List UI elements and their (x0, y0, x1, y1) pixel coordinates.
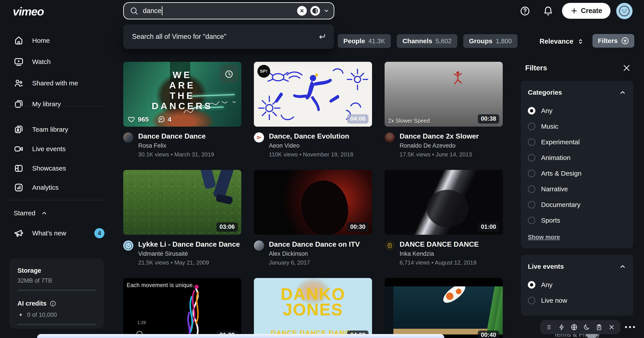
uploader-avatar[interactable] (254, 132, 264, 143)
video-author[interactable]: Rosa Felix (138, 142, 214, 149)
video-title[interactable]: Dance Dance Dance on ITV (269, 240, 360, 248)
sidebar-item-home[interactable]: Home (14, 30, 50, 51)
categories-header[interactable]: Categories (528, 89, 626, 96)
video-thumbnail[interactable]: WEARETHEDANCERS 965 4 (123, 62, 241, 127)
video-thumbnail[interactable]: SP! 04:06 (254, 62, 372, 127)
create-button[interactable]: Create (562, 3, 610, 19)
video-title[interactable]: DANCE DANCE DANCE (400, 240, 479, 248)
video-thumbnail[interactable]: 03:06 (123, 170, 241, 235)
starred-section-toggle[interactable]: Starred (14, 206, 48, 220)
radio-option-arts-design[interactable]: Arts & Design (528, 165, 626, 181)
video-duration: 00:40 (478, 330, 499, 338)
chevron-up-icon[interactable] (619, 89, 626, 96)
lightning-icon[interactable] (558, 324, 565, 331)
watch-tv-icon (14, 57, 24, 67)
watch-later-button[interactable] (220, 65, 238, 83)
sidebar-item-team-library[interactable]: Team library (14, 119, 68, 140)
radio-selected[interactable] (528, 281, 535, 288)
sidebar-item-shared-with-me[interactable]: Shared with me (14, 73, 78, 94)
radio-option-music[interactable]: Music (528, 119, 626, 134)
filters-panel-title: Filters (525, 64, 547, 72)
help-icon[interactable] (520, 6, 530, 16)
globe-outline-icon[interactable] (570, 324, 578, 331)
video-thumbnail[interactable]: Each movement is unique. 1:29 01:29 (123, 278, 241, 338)
people-icon (14, 78, 24, 88)
search-bar[interactable]: dance (123, 2, 334, 20)
sidebar-item-label: Watch (32, 58, 51, 66)
uploader-avatar[interactable] (384, 132, 395, 143)
uploader-avatar[interactable] (123, 132, 133, 143)
video-author[interactable]: Ronaldo De Azevedo (400, 142, 479, 149)
radio-option-sports[interactable]: Sports (528, 212, 626, 228)
moon-icon[interactable] (583, 324, 590, 331)
notifications-bell-icon[interactable] (543, 6, 554, 16)
search-input[interactable]: dance (143, 7, 162, 15)
radio-option-experimental[interactable]: Experimental (528, 134, 626, 150)
video-title[interactable]: Dance, Dance Evolution (269, 132, 353, 140)
uploader-avatar[interactable] (254, 240, 264, 251)
video-thumbnail[interactable]: 00:40 (384, 278, 503, 338)
live-events-header[interactable]: Live events (528, 263, 626, 270)
video-thumbnail[interactable]: 00:30 (254, 170, 372, 235)
chevron-up-icon[interactable] (619, 263, 626, 270)
radio[interactable] (528, 185, 535, 193)
floating-toolbar[interactable] (540, 320, 620, 334)
live-events-title: Live events (528, 263, 564, 270)
chip-people[interactable]: People 41.3K (338, 34, 391, 48)
sidebar-item-my-library[interactable]: My library (14, 94, 61, 115)
radio[interactable] (528, 201, 535, 208)
video-thumbnail[interactable]: DANKOJONES DANCE DANCE DANCE 04:00 (254, 278, 372, 338)
sidebar-item-showcases[interactable]: Showcases (14, 158, 66, 179)
video-author[interactable]: Inka Kendzia (400, 250, 479, 257)
clipboard-icon[interactable] (596, 324, 602, 331)
radio-option-any[interactable]: Any (528, 103, 626, 119)
video-thumbnail[interactable]: 2x Slower Speed 00:38 (384, 62, 503, 127)
info-icon[interactable] (50, 300, 56, 307)
chip-channels[interactable]: Channels 5,602 (397, 34, 457, 48)
radio-option-live-any[interactable]: Any (528, 277, 626, 292)
sidebar-item-whats-new[interactable]: What's new 4 (14, 223, 104, 244)
chip-groups[interactable]: Groups 1,800 (463, 34, 518, 48)
radio[interactable] (528, 138, 535, 146)
video-author[interactable]: Alex Dickinson (269, 250, 360, 257)
chevron-down-icon[interactable] (324, 8, 329, 14)
chip-label: People (344, 37, 365, 45)
video-author[interactable]: Vidmantė Sirusaitė (138, 250, 240, 257)
radio[interactable] (528, 297, 535, 304)
more-options-button[interactable] (625, 326, 635, 328)
radio-option-live-now[interactable]: Live now (528, 292, 626, 308)
radio-selected[interactable] (528, 107, 535, 115)
video-meta: 6,714 views • August 12, 2019 (400, 259, 479, 266)
radio-option-documentary[interactable]: Documentary (528, 197, 626, 212)
video-title[interactable]: Dance Dance Dance (138, 132, 214, 140)
sidebar-item-watch[interactable]: Watch (14, 51, 51, 72)
video-title[interactable]: Dance Dance 2x Slower (400, 132, 479, 140)
uploader-avatar[interactable] (123, 240, 133, 251)
radio[interactable] (528, 170, 535, 177)
radio[interactable] (528, 154, 535, 162)
radio-option-narrative[interactable]: Narrative (528, 181, 626, 197)
drag-handle-icon[interactable] (546, 324, 552, 331)
clear-search-button[interactable] (297, 6, 307, 16)
radio-option-animation[interactable]: Animation (528, 150, 626, 165)
sort-chevrons-icon (577, 38, 584, 45)
search-suggestion[interactable]: Search all of Vimeo for "dance" (123, 24, 334, 49)
vimeo-logo[interactable]: vimeo (13, 5, 44, 18)
show-more-link[interactable]: Show more (528, 234, 560, 241)
close-icon[interactable] (608, 324, 615, 331)
sidebar-item-analytics[interactable]: Analytics (14, 177, 59, 198)
sort-dropdown[interactable]: Relevance (540, 36, 584, 47)
close-icon[interactable] (622, 64, 631, 72)
sidebar-item-live-events[interactable]: Live events (14, 138, 66, 160)
globe-icon[interactable] (310, 6, 320, 16)
storage-title: Storage (18, 267, 41, 274)
radio[interactable] (528, 217, 535, 224)
video-author[interactable]: Aeon Video (269, 142, 353, 149)
sidebar-item-label: Team library (32, 126, 68, 133)
radio[interactable] (528, 123, 535, 130)
video-title[interactable]: Lykke Li - Dance Dance Dance (138, 240, 240, 248)
filters-button[interactable]: Filters (592, 34, 634, 48)
video-thumbnail[interactable]: 01:00 (384, 170, 503, 235)
user-avatar[interactable] (616, 3, 632, 19)
uploader-avatar[interactable] (384, 240, 395, 251)
